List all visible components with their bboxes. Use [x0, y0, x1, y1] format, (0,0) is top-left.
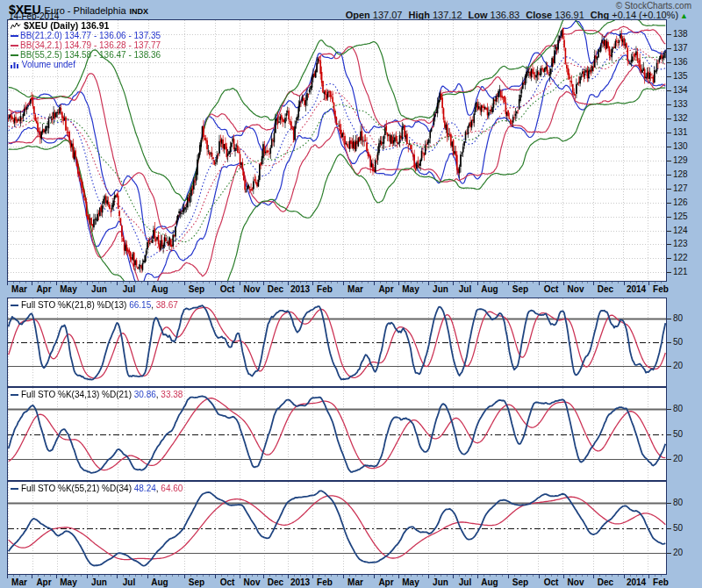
week-tick: [636, 282, 637, 283]
stoch-tick-label: 80: [673, 404, 683, 413]
week-tick: [197, 282, 197, 283]
week-tick: [75, 282, 75, 283]
week-tick: [417, 282, 418, 283]
week-tick: [252, 282, 253, 283]
month-tick: [56, 282, 57, 285]
week-tick: [104, 282, 105, 283]
week-tick: [104, 575, 105, 577]
week-tick: [411, 282, 412, 283]
week-tick: [484, 575, 484, 577]
week-tick: [227, 282, 228, 283]
price-tick-mark: [667, 258, 671, 259]
week-tick: [636, 575, 637, 577]
week-tick: [257, 282, 258, 283]
month-label: Oct: [220, 284, 235, 294]
month-label: Apr: [36, 284, 51, 294]
week-tick: [337, 282, 338, 283]
price-tick-label: 122: [673, 253, 688, 262]
week-tick: [62, 282, 63, 283]
month-label: Aug: [151, 577, 168, 587]
month-label: Feb: [317, 577, 333, 587]
month-label: Mar: [347, 284, 363, 294]
month-label: Apr: [36, 577, 51, 587]
price-tick-mark: [667, 62, 671, 63]
week-tick: [551, 575, 552, 577]
week-tick: [276, 575, 276, 577]
month-tick: [32, 575, 32, 578]
week-tick: [111, 282, 111, 283]
month-tick: [288, 282, 289, 285]
stoch-tick-label: 20: [673, 548, 683, 557]
month-tick: [539, 575, 540, 578]
month-label: Mar: [347, 577, 363, 587]
month-tick: [648, 282, 649, 285]
month-label: Nov: [244, 284, 261, 294]
price-scale-gutter: 1381371361351341331321311301291281271261…: [666, 0, 702, 588]
month-tick: [453, 575, 454, 578]
week-tick: [92, 575, 93, 577]
week-tick: [520, 282, 521, 283]
month-tick: [117, 282, 118, 285]
week-tick: [392, 575, 393, 577]
week-tick: [447, 282, 448, 283]
month-tick: [428, 282, 429, 285]
week-tick: [368, 575, 369, 577]
week-tick: [502, 575, 503, 577]
month-label: May: [402, 284, 419, 294]
price-tick-label: 138: [673, 29, 688, 39]
week-tick: [441, 575, 441, 577]
month-tick: [56, 575, 57, 578]
week-tick: [246, 575, 247, 577]
week-tick: [422, 575, 423, 577]
week-tick: [129, 575, 130, 577]
stoch-tick-label: 50: [673, 429, 683, 439]
month-tick: [240, 575, 240, 578]
week-tick: [319, 575, 319, 577]
week-tick: [599, 575, 600, 577]
month-label: Mar: [11, 284, 27, 294]
month-label: May: [60, 577, 76, 587]
price-chart-canvas: [8, 20, 666, 281]
stoch-tick-mark: [667, 528, 671, 529]
week-tick: [355, 282, 356, 283]
month-axis-bottom: MarAprMayJunJulAugSepOctNovDec2013FebMar…: [7, 575, 667, 588]
week-tick: [380, 282, 381, 283]
week-tick: [160, 575, 161, 577]
week-tick: [13, 575, 14, 577]
week-tick: [269, 575, 270, 577]
week-tick: [221, 575, 222, 577]
week-tick: [520, 575, 521, 577]
week-tick: [172, 282, 173, 283]
week-tick: [38, 575, 39, 577]
stoch3-canvas: [8, 482, 666, 574]
week-tick: [496, 282, 497, 283]
stoch-tick-mark: [667, 342, 671, 343]
week-tick: [459, 282, 460, 283]
price-tick-label: 123: [673, 239, 688, 248]
stoch-tick-label: 20: [673, 361, 683, 370]
week-tick: [465, 575, 466, 577]
month-label: Jul: [123, 284, 135, 294]
week-tick: [569, 282, 570, 283]
price-tick-mark: [667, 147, 671, 147]
week-tick: [514, 575, 515, 577]
week-tick: [68, 575, 69, 577]
month-label: Nov: [244, 577, 261, 587]
price-tick-label: 129: [673, 155, 688, 165]
week-tick: [123, 282, 124, 283]
stoch-tick-mark: [667, 409, 671, 410]
week-tick: [490, 575, 491, 577]
month-tick: [539, 282, 540, 285]
stoch-panel-1: Full STO %K(21,8) %D(13) 66.15, 38.67: [7, 298, 667, 387]
week-tick: [178, 282, 179, 283]
price-tick-mark: [667, 48, 671, 49]
week-tick: [166, 282, 167, 283]
month-label: Jul: [459, 577, 471, 587]
week-tick: [252, 575, 253, 577]
stoch2-canvas: [8, 388, 666, 480]
week-tick: [233, 282, 234, 283]
month-label: 2014: [627, 577, 646, 587]
month-tick: [563, 575, 564, 578]
week-tick: [465, 282, 466, 283]
price-tick-label: 125: [673, 212, 688, 221]
